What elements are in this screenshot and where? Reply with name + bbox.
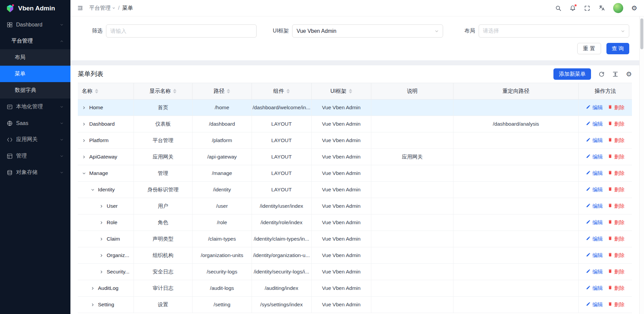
table-row[interactable]: Role角色/role/identity/role/indexVue Vben …	[78, 214, 632, 231]
column-header: 说明	[371, 83, 453, 100]
ui-framework-select[interactable]: Vue Vben Admin	[292, 24, 443, 38]
sort-icon[interactable]	[227, 89, 230, 93]
edit-button[interactable]: 编辑	[586, 170, 603, 177]
app-logo[interactable]: Vben Admin	[0, 0, 70, 16]
sidebar-item-api-gateway[interactable]: 应用网关	[0, 131, 70, 148]
column-header[interactable]: 组件	[252, 83, 312, 100]
delete-button[interactable]: 删除	[608, 219, 625, 226]
chevron-right-icon[interactable]	[82, 155, 86, 159]
add-menu-button[interactable]: 添加新菜单	[553, 68, 591, 80]
chevron-down-icon[interactable]	[82, 171, 86, 176]
translate-icon[interactable]	[598, 5, 605, 11]
table-row[interactable]: Manage管理/manageLAYOUTVue Vben Admin编辑删除	[78, 165, 632, 182]
edit-button[interactable]: 编辑	[586, 104, 603, 111]
sort-icon[interactable]	[95, 89, 98, 93]
delete-button[interactable]: 删除	[608, 121, 625, 128]
search-button[interactable]: 查 询	[606, 43, 629, 54]
column-header[interactable]: UI框架	[312, 83, 371, 100]
sidebar-item-menu[interactable]: 菜单	[0, 66, 70, 82]
cell-display: 组织机构	[134, 247, 193, 264]
sidebar-collapse-icon[interactable]	[77, 5, 83, 11]
edit-button[interactable]: 编辑	[586, 121, 603, 128]
sidebar-item-layout[interactable]: 布局	[0, 49, 70, 66]
chevron-right-icon[interactable]	[82, 138, 86, 143]
edit-button[interactable]: 编辑	[586, 301, 603, 308]
edit-button[interactable]: 编辑	[586, 186, 603, 193]
edit-button[interactable]: 编辑	[586, 203, 603, 210]
edit-button[interactable]: 编辑	[586, 153, 603, 161]
delete-button[interactable]: 删除	[608, 252, 625, 259]
delete-button[interactable]: 删除	[608, 236, 625, 243]
delete-button[interactable]: 删除	[608, 170, 625, 177]
chevron-right-icon[interactable]	[82, 106, 86, 110]
delete-button[interactable]: 删除	[608, 301, 625, 308]
column-header[interactable]: 名称	[78, 83, 134, 100]
sidebar-item-management[interactable]: 管理	[0, 148, 70, 164]
scrollbar-thumb[interactable]	[640, 18, 643, 49]
delete-button[interactable]: 删除	[608, 186, 625, 193]
chevron-right-icon[interactable]	[91, 286, 95, 291]
sidebar-item-localization[interactable]: 本地化管理	[0, 99, 70, 115]
layout-select[interactable]: 请选择	[479, 24, 629, 38]
edit-button[interactable]: 编辑	[586, 137, 603, 144]
cell-component: /auditing/index	[252, 280, 312, 297]
chevron-right-icon[interactable]	[99, 253, 104, 258]
edit-button[interactable]: 编辑	[586, 236, 603, 243]
edit-button[interactable]: 编辑	[586, 268, 603, 275]
row-height-icon[interactable]	[612, 71, 619, 77]
reset-button[interactable]: 重 置	[577, 43, 601, 54]
delete-button[interactable]: 删除	[608, 104, 625, 111]
cell-component: LAYOUT	[252, 116, 312, 132]
sidebar-item-platform-management[interactable]: 平台管理	[0, 33, 70, 49]
chevron-right-icon[interactable]	[99, 237, 104, 241]
table-row[interactable]: Home首页/home/dashboard/welcome/in...Vue V…	[78, 100, 632, 116]
delete-button[interactable]: 删除	[608, 285, 625, 292]
table-row[interactable]: AuditLog审计日志/audit-logs/auditing/indexVu…	[78, 280, 632, 297]
cell-framework: Vue Vben Admin	[312, 198, 371, 214]
table-row[interactable]: Security...安全日志/security-logs/identity/s…	[78, 264, 632, 280]
settings-gear-icon[interactable]: ⚙	[631, 5, 637, 11]
breadcrumb-root[interactable]: 平台管理	[89, 5, 115, 12]
table-row[interactable]: Claim声明类型/claim-types/identity/claim-typ…	[78, 231, 632, 247]
edit-button[interactable]: 编辑	[586, 252, 603, 259]
sidebar-item-saas[interactable]: Saas	[0, 115, 70, 131]
chevron-right-icon[interactable]	[99, 221, 104, 225]
table-row[interactable]: Organiz...组织机构/organization-units/identi…	[78, 247, 632, 264]
chevron-right-icon[interactable]	[99, 270, 104, 274]
column-header[interactable]: 路径	[193, 83, 252, 100]
delete-button[interactable]: 删除	[608, 268, 625, 275]
delete-button[interactable]: 删除	[608, 203, 625, 210]
cell-name: AuditLog	[78, 280, 134, 297]
table-row[interactable]: ApiGateway应用网关/api-gatewayLAYOUTVue Vben…	[78, 149, 632, 165]
delete-button[interactable]: 删除	[608, 153, 625, 161]
fullscreen-icon[interactable]	[584, 5, 590, 11]
table-row[interactable]: Setting设置/setting/sys/settings/indexVue …	[78, 297, 632, 313]
search-icon[interactable]	[555, 5, 561, 11]
chevron-right-icon[interactable]	[82, 122, 86, 126]
table-row[interactable]: Identity身份标识管理/identityLAYOUTVue Vben Ad…	[78, 182, 632, 198]
column-header[interactable]: 显示名称	[134, 83, 193, 100]
table-row[interactable]: Platform平台管理/platformLAYOUTVue Vben Admi…	[78, 132, 632, 149]
chevron-right-icon[interactable]	[99, 204, 104, 208]
sidebar-item-label: Dashboard	[16, 22, 60, 28]
scrollbar[interactable]	[639, 16, 644, 314]
table-row[interactable]: User用户/user/identity/user/indexVue Vben …	[78, 198, 632, 214]
notification-bell-icon[interactable]	[570, 5, 576, 11]
table-settings-icon[interactable]: ⚙	[626, 71, 632, 77]
sort-icon[interactable]	[349, 89, 352, 93]
table-row[interactable]: Dashboard仪表板/dashboardLAYOUTVue Vben Adm…	[78, 116, 632, 132]
sort-icon[interactable]	[173, 89, 176, 93]
edit-button[interactable]: 编辑	[586, 219, 603, 226]
avatar[interactable]	[613, 3, 623, 13]
refresh-icon[interactable]	[598, 71, 605, 77]
sort-icon[interactable]	[286, 89, 290, 93]
sidebar-item-data-dictionary[interactable]: 数据字典	[0, 82, 70, 99]
sidebar-item-dashboard[interactable]: Dashboard	[0, 16, 70, 33]
chevron-down-icon[interactable]	[91, 188, 95, 192]
cell-description	[371, 132, 453, 149]
filter-input[interactable]	[110, 28, 252, 34]
chevron-right-icon[interactable]	[91, 303, 95, 307]
sidebar-item-object-storage[interactable]: 对象存储	[0, 164, 70, 181]
delete-button[interactable]: 删除	[608, 137, 625, 144]
edit-button[interactable]: 编辑	[586, 285, 603, 292]
